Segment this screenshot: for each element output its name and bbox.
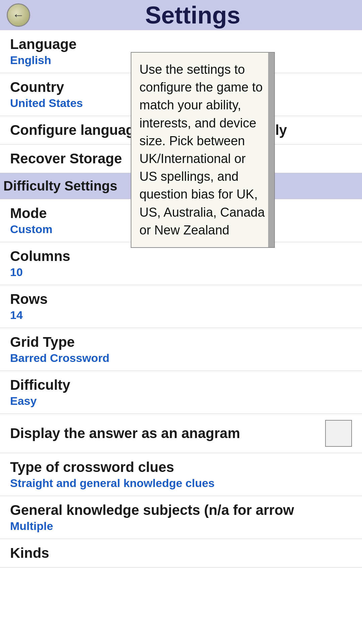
setting-label-language: Language [10,36,352,52]
setting-item-gk-subjects[interactable]: General knowledge subjects (n/a for arro… [0,496,362,539]
setting-item-grid-type[interactable]: Grid Type Barred Crossword [0,328,362,371]
setting-label-display-anagram: Display the answer as an anagram [10,425,240,441]
setting-label-columns: Columns [10,248,352,264]
setting-value-gk-subjects: Multiple [10,520,352,533]
setting-label-grid-type: Grid Type [10,334,352,350]
anagram-checkbox[interactable] [325,420,352,447]
setting-value-rows: 14 [10,309,352,322]
tooltip-scrollbar[interactable] [268,53,274,247]
setting-label-gk-subjects: General knowledge subjects (n/a for arro… [10,502,352,518]
setting-value-difficulty: Easy [10,394,352,408]
setting-item-clue-type[interactable]: Type of crossword clues Straight and gen… [0,453,362,496]
setting-value-columns: 10 [10,266,352,279]
setting-item-display-anagram[interactable]: Display the answer as an anagram [0,414,362,453]
settings-list: Language English Country United States C… [0,30,362,568]
setting-item-columns[interactable]: Columns 10 [0,242,362,285]
setting-label-clue-type: Type of crossword clues [10,459,352,475]
setting-item-difficulty[interactable]: Difficulty Easy [0,371,362,414]
back-button[interactable]: ← [7,3,30,27]
setting-label-kinds: Kinds [10,545,352,561]
setting-item-rows[interactable]: Rows 14 [0,285,362,328]
setting-label-difficulty: Difficulty [10,377,352,393]
section-header-text: Difficulty Settings [3,178,117,193]
setting-label-rows: Rows [10,291,352,307]
setting-value-clue-type: Straight and general knowledge clues [10,477,352,490]
header: ← Settings [0,0,362,30]
page-title: Settings [30,1,355,29]
setting-value-grid-type: Barred Crossword [10,352,352,365]
back-arrow-icon: ← [12,8,24,22]
setting-item-kinds[interactable]: Kinds [0,539,362,568]
tooltip-text: Use the settings to configure the game t… [139,62,265,237]
tooltip-popup: Use the settings to configure the game t… [131,52,275,248]
